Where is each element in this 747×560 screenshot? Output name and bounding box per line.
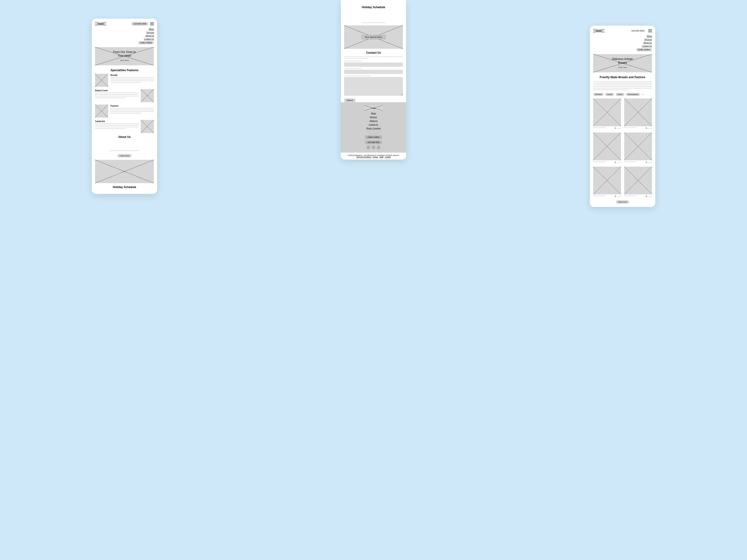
order-online-button[interactable]: Order Online xyxy=(636,48,652,51)
product-name xyxy=(593,161,606,162)
nav-contact-link[interactable]: Contact Us xyxy=(144,38,154,40)
category-chips: All Menu Levure Lavain Viennoiseries → xyxy=(593,92,652,96)
social-icon[interactable] xyxy=(366,145,370,149)
chip-all[interactable]: All Menu xyxy=(593,93,604,96)
nav-menu-link[interactable]: Menu xyxy=(149,28,154,30)
chip-viennoiseries[interactable]: Viennoiseries xyxy=(626,93,640,96)
about-heading: About Us xyxy=(95,135,154,139)
product-grid: $ $ $ $ $ $ xyxy=(593,99,652,197)
wireframe-screen-1: SiteID 418-555-5555 Menu Services About … xyxy=(92,19,157,194)
nav-menu-link[interactable]: Menu xyxy=(647,35,652,37)
feature-image xyxy=(95,105,108,117)
phone-number-text[interactable]: 418-555-5555 xyxy=(629,29,646,33)
copyright-text: © 2023 Boulangerie, Louis Marchand & Com… xyxy=(344,155,403,156)
chip-levure[interactable]: Levure xyxy=(605,93,614,96)
order-now-button[interactable]: Order Now xyxy=(616,65,629,69)
product-price xyxy=(616,196,621,197)
about-image xyxy=(95,160,154,183)
holiday-paragraph xyxy=(344,11,403,23)
arrow-right-icon[interactable]: → xyxy=(642,92,644,96)
price-symbol: $ xyxy=(615,127,616,129)
hero-title: Delicious Artisan Breads xyxy=(612,57,633,64)
legal-link[interactable]: Legal xyxy=(379,156,383,158)
form-label-email xyxy=(344,68,403,69)
product-card[interactable]: $ xyxy=(593,167,621,197)
feature-image xyxy=(141,120,154,133)
hero-title: From Our Oven to Your Heart xyxy=(113,50,136,58)
feature-pastries: Pastries xyxy=(95,105,154,117)
feature-title: Breads xyxy=(110,74,154,76)
footer-phone-button[interactable]: 418-555-555 xyxy=(365,140,382,144)
cookies-link[interactable]: Cookies xyxy=(385,156,390,158)
placeholder-text xyxy=(95,92,138,98)
footer-hours-link[interactable]: Hours / Location xyxy=(366,127,381,129)
product-card[interactable]: $ xyxy=(624,99,652,129)
social-icon[interactable] xyxy=(377,145,381,149)
contact-intro xyxy=(344,56,403,59)
price-symbol: $ xyxy=(646,127,647,129)
product-image xyxy=(593,99,621,126)
product-name xyxy=(624,127,637,128)
footer-logo[interactable]: Logo xyxy=(364,105,383,111)
nav-menu: Menu Services About Us Contact Us Order … xyxy=(593,35,652,51)
product-price xyxy=(616,162,621,163)
submit-button[interactable]: Submit xyxy=(344,99,355,102)
view-special-menu-button[interactable]: View Special Menu xyxy=(362,35,385,39)
site-logo[interactable]: SiteID xyxy=(95,22,106,26)
footer-logo-label: Logo xyxy=(371,107,376,109)
holiday-heading: Holiday Schedule xyxy=(344,6,403,9)
footer-services-link[interactable]: Services xyxy=(370,116,377,118)
footer-contact-link[interactable]: Contact Us xyxy=(369,123,378,126)
product-image xyxy=(624,133,652,160)
nav-about-link[interactable]: About Us xyxy=(146,34,154,37)
nav-about-link[interactable]: About Us xyxy=(643,42,652,44)
footer: Logo Menu Services About Us Contact Us H… xyxy=(341,102,406,153)
header: SiteID 418-555-5555 xyxy=(593,29,652,33)
placeholder-text xyxy=(369,133,378,134)
email-input[interactable] xyxy=(344,70,403,74)
site-id-label: SiteID xyxy=(596,30,602,32)
nav-services-link[interactable]: Services xyxy=(644,38,652,41)
product-card[interactable]: $ xyxy=(624,133,652,163)
hero-image: From Our Oven to Your Heart View Menu xyxy=(95,47,154,65)
feature-title: Baked Good xyxy=(95,89,138,92)
placeholder-text xyxy=(110,77,154,83)
product-price xyxy=(647,196,652,197)
terms-link[interactable]: Term and Conditions xyxy=(356,156,371,158)
product-card[interactable]: $ xyxy=(593,99,621,129)
product-price xyxy=(616,128,621,129)
name-input[interactable] xyxy=(344,62,403,67)
feature-image xyxy=(141,89,154,102)
price-symbol: $ xyxy=(646,195,647,197)
privacy-link[interactable]: Privacy xyxy=(372,156,378,158)
holiday-heading: Holiday Schedule xyxy=(95,186,154,189)
placeholder-text xyxy=(95,123,138,129)
product-card[interactable]: $ xyxy=(593,133,621,163)
feature-image xyxy=(95,74,108,87)
product-image xyxy=(593,167,621,194)
view-more-button[interactable]: View more xyxy=(616,200,629,204)
placeholder-text xyxy=(366,131,381,132)
learn-more-button[interactable]: Learn more xyxy=(118,154,132,158)
product-name xyxy=(593,195,606,196)
footer-about-link[interactable]: About Us xyxy=(369,119,378,122)
view-menu-button[interactable]: View Menu xyxy=(118,59,131,62)
nav-contact-link[interactable]: Contact Us xyxy=(642,45,652,47)
order-online-button[interactable]: Order Online xyxy=(138,41,154,44)
hamburger-icon[interactable] xyxy=(648,29,652,32)
social-icon[interactable] xyxy=(371,145,376,149)
chip-lavain[interactable]: Lavain xyxy=(616,93,624,96)
product-card[interactable]: $ xyxy=(624,167,652,197)
message-textarea[interactable] xyxy=(344,77,403,96)
phone-number-pill[interactable]: 418-555-5555 xyxy=(131,22,148,26)
product-image xyxy=(624,167,652,194)
nav-services-link[interactable]: Services xyxy=(146,31,154,34)
feature-sandwich: Sandwich xyxy=(95,120,154,133)
footer-order-button[interactable]: Order Online xyxy=(365,135,382,139)
product-price xyxy=(647,128,652,129)
subheading: Freshly Made Breads and Pastries xyxy=(593,76,652,79)
site-logo[interactable]: SiteID xyxy=(593,29,604,33)
footer-menu-link[interactable]: Menu xyxy=(371,112,376,114)
hamburger-icon[interactable] xyxy=(150,22,154,25)
feature-breads: Breads xyxy=(95,74,154,87)
